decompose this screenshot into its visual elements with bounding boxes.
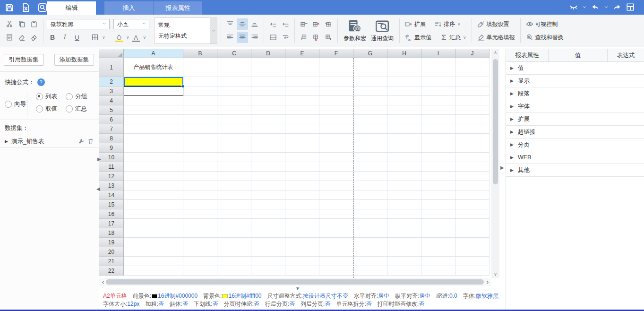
cell-D21[interactable] xyxy=(251,257,285,266)
column-header-G[interactable]: G xyxy=(353,49,387,58)
paste-button[interactable] xyxy=(28,18,40,30)
cell-I14[interactable] xyxy=(421,190,455,200)
property-section-超链接[interactable]: ▶超链接 xyxy=(506,126,644,138)
cell-D15[interactable] xyxy=(251,200,285,209)
cell-H10[interactable] xyxy=(387,153,421,162)
row-header-2[interactable]: 2 xyxy=(99,77,124,86)
cell-J17[interactable] xyxy=(455,219,489,228)
cell-G19[interactable] xyxy=(353,238,387,247)
property-section-段落[interactable]: ▶段落 xyxy=(506,87,644,100)
cell-C6[interactable] xyxy=(217,115,251,124)
scroll-right-icon[interactable]: › xyxy=(484,278,491,285)
cell-J9[interactable] xyxy=(455,143,489,153)
insert-column-button[interactable] xyxy=(323,18,334,30)
cell-E7[interactable] xyxy=(285,124,319,134)
cell-C20[interactable] xyxy=(217,247,251,257)
cell-D6[interactable] xyxy=(251,115,285,124)
cell-A13[interactable] xyxy=(124,181,183,190)
cell-H15[interactable] xyxy=(387,200,421,209)
property-section-字体[interactable]: ▶字体 xyxy=(506,100,644,113)
cell-format-box[interactable]: 常规 无特定格式 xyxy=(154,17,217,44)
cell-F7[interactable] xyxy=(319,124,353,134)
cell-B12[interactable] xyxy=(183,172,217,181)
cell-B22[interactable] xyxy=(183,266,217,276)
cell-G10[interactable] xyxy=(353,153,387,162)
cell-A6[interactable] xyxy=(124,115,183,124)
right-panel-expand-icon[interactable]: ▶ xyxy=(500,165,504,170)
fill-color-button[interactable] xyxy=(113,32,125,43)
clear-content-button[interactable] xyxy=(28,32,40,43)
cell-J12[interactable] xyxy=(455,172,489,181)
cell-D10[interactable] xyxy=(251,153,285,162)
cell-H14[interactable] xyxy=(387,190,421,200)
indent-decrease-button[interactable] xyxy=(267,18,279,30)
cell-fill-button[interactable]: 单元格填报 xyxy=(475,31,517,43)
cell-J18[interactable] xyxy=(455,228,489,238)
cell-F22[interactable] xyxy=(319,266,353,276)
cell-A5[interactable] xyxy=(124,105,183,115)
cell-D14[interactable] xyxy=(251,190,285,200)
cell-B13[interactable] xyxy=(183,181,217,190)
horizontal-scrollbar[interactable]: ‹ › xyxy=(99,278,491,286)
cell-E6[interactable] xyxy=(285,115,319,124)
row-header-16[interactable]: 16 xyxy=(99,209,124,219)
cell-H9[interactable] xyxy=(387,143,421,153)
cell-C1[interactable] xyxy=(217,58,251,77)
cell-C22[interactable] xyxy=(217,266,251,276)
cell-B4[interactable] xyxy=(183,96,217,105)
cell-A12[interactable] xyxy=(124,172,183,181)
expand-triangle-icon[interactable]: ▶ xyxy=(510,168,514,173)
expand-triangle-icon[interactable]: ▶ xyxy=(510,104,514,109)
radio-group[interactable]: 分组 xyxy=(66,93,87,101)
cell-E3[interactable] xyxy=(285,86,319,96)
cell-J16[interactable] xyxy=(455,209,489,219)
border-button[interactable] xyxy=(89,32,101,43)
row-header-9[interactable]: 9 xyxy=(99,143,124,153)
cell-D12[interactable] xyxy=(251,172,285,181)
cell-F5[interactable] xyxy=(319,105,353,115)
cell-G11[interactable] xyxy=(353,162,387,172)
cell-J15[interactable] xyxy=(455,200,489,209)
cell-H20[interactable] xyxy=(387,247,421,257)
cut-button[interactable] xyxy=(4,18,15,30)
cell-H17[interactable] xyxy=(387,219,421,228)
cell-F11[interactable] xyxy=(319,162,353,172)
cell-B19[interactable] xyxy=(183,238,217,247)
cell-I12[interactable] xyxy=(421,172,455,181)
cell-I2[interactable] xyxy=(421,77,455,86)
cell-C13[interactable] xyxy=(217,181,251,190)
cell-A8[interactable] xyxy=(124,134,183,143)
cell-C14[interactable] xyxy=(217,190,251,200)
undo-dropdown-chevron-icon[interactable] xyxy=(603,2,609,12)
cell-B17[interactable] xyxy=(183,219,217,228)
visual-control-button[interactable]: 可视控制 xyxy=(524,18,560,30)
cell-E10[interactable] xyxy=(285,153,319,162)
row-header-5[interactable]: 5 xyxy=(99,105,124,115)
cell-B18[interactable] xyxy=(183,228,217,238)
cell-H2[interactable] xyxy=(387,77,421,86)
cell-J6[interactable] xyxy=(455,115,489,124)
expand-triangle-icon[interactable]: ▶ xyxy=(510,78,514,83)
spreadsheet-grid[interactable]: ABCDEFGHIJ1产品销售统计表2345678910111213141516… xyxy=(99,49,491,278)
cell-H4[interactable] xyxy=(387,96,421,105)
bold-button[interactable]: B xyxy=(47,32,58,43)
cell-I8[interactable] xyxy=(421,134,455,143)
cell-H18[interactable] xyxy=(387,228,421,238)
cell-A9[interactable] xyxy=(124,143,183,153)
row-header-7[interactable]: 7 xyxy=(99,124,124,134)
row-header-21[interactable]: 21 xyxy=(99,257,124,266)
preview-icon[interactable] xyxy=(37,2,48,13)
cell-A21[interactable] xyxy=(124,257,183,266)
excel-export-icon[interactable] xyxy=(20,2,32,13)
row-header-6[interactable]: 6 xyxy=(99,115,124,124)
cell-A22[interactable] xyxy=(124,266,183,276)
cell-C3[interactable] xyxy=(217,86,251,96)
radio-summary[interactable]: 汇总 xyxy=(66,105,87,113)
cell-B7[interactable] xyxy=(183,124,217,134)
row-header-22[interactable]: 22 xyxy=(99,266,124,276)
cell-B9[interactable] xyxy=(183,143,217,153)
cell-J8[interactable] xyxy=(455,134,489,143)
dataset-delete-trash-icon[interactable] xyxy=(87,138,94,145)
cell-G2[interactable] xyxy=(353,77,387,86)
layout-split-icon[interactable] xyxy=(625,2,635,12)
